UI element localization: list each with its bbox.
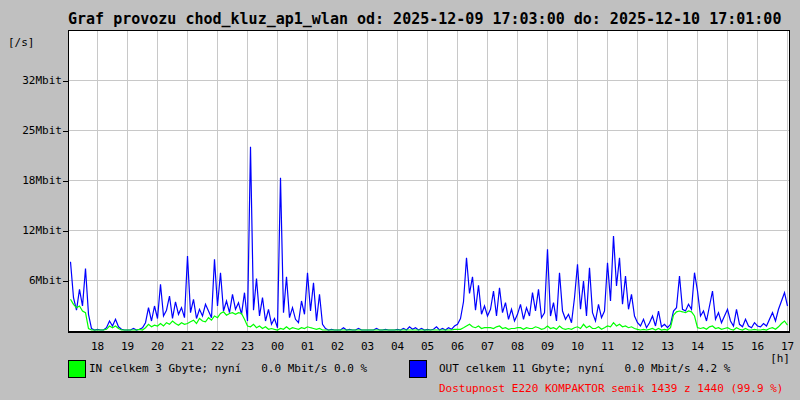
plot-area	[68, 30, 790, 333]
in-legend-swatch	[68, 360, 86, 378]
x-tick-label: 18	[83, 341, 113, 352]
x-tick-label: 14	[683, 341, 713, 352]
y-tick-mark	[63, 281, 68, 282]
x-tick-label: 10	[563, 341, 593, 352]
x-tick-label: 06	[443, 341, 473, 352]
x-tick-label: 20	[143, 341, 173, 352]
x-tick-label: 22	[203, 341, 233, 352]
x-tick-label: 01	[293, 341, 323, 352]
x-tick-label: 08	[503, 341, 533, 352]
x-tick-label: 09	[533, 341, 563, 352]
x-tick-label: 11	[593, 341, 623, 352]
x-tick-label: 12	[623, 341, 653, 352]
x-tick-label: 16	[743, 341, 773, 352]
y-tick-mark	[63, 181, 68, 182]
x-tick-label: 23	[233, 341, 263, 352]
y-axis-unit-label: [/s]	[8, 36, 35, 49]
y-tick-label: 12Mbit	[2, 225, 62, 236]
y-tick-label: 6Mbit	[2, 275, 62, 286]
x-tick-label: 15	[713, 341, 743, 352]
x-tick-label: 02	[323, 341, 353, 352]
x-tick-label: 03	[353, 341, 383, 352]
y-tick-mark	[63, 81, 68, 82]
x-tick-label: 07	[473, 341, 503, 352]
x-tick-label: 05	[413, 341, 443, 352]
traffic-graph-window: Graf provozu chod_kluz_ap1_wlan od: 2025…	[0, 0, 800, 400]
y-tick-label: 32Mbit	[2, 75, 62, 86]
x-tick-label: 19	[113, 341, 143, 352]
x-tick-label: 13	[653, 341, 683, 352]
y-tick-label: 18Mbit	[2, 175, 62, 186]
availability-text: Dostupnost E220 KOMPAKTOR semik 1439 z 1…	[439, 382, 783, 395]
x-tick-label: 17	[773, 341, 800, 352]
y-tick-mark	[63, 231, 68, 232]
x-tick-label: 21	[173, 341, 203, 352]
y-tick-label: 25Mbit	[2, 125, 62, 136]
traffic-chart	[69, 31, 789, 331]
in-legend-label: IN celkem 3 Gbyte; nyní 0.0 Mbit/s 0.0 %	[89, 363, 367, 375]
y-tick-mark	[63, 131, 68, 132]
x-axis-unit-label: [h]	[760, 352, 790, 365]
graph-title: Graf provozu chod_kluz_ap1_wlan od: 2025…	[68, 10, 781, 28]
x-tick-label: 04	[383, 341, 413, 352]
x-tick-label: 00	[263, 341, 293, 352]
out-legend-label: OUT celkem 11 Gbyte; nyní 0.0 Mbit/s 4.2…	[439, 363, 730, 375]
out-legend-swatch	[409, 360, 427, 378]
